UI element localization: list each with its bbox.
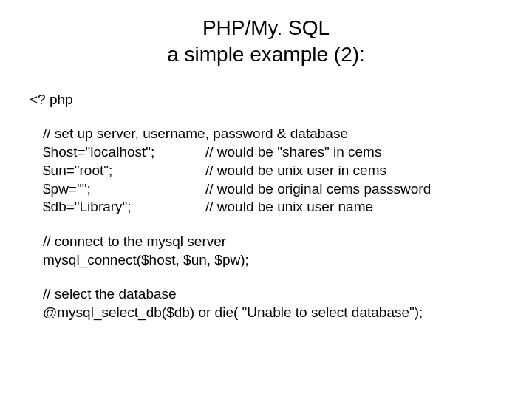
title-line-1: PHP/My. SQL	[202, 16, 330, 39]
comment-select: // select the database	[43, 285, 502, 304]
line-select: @mysql_select_db($db) or die( "Unable to…	[43, 304, 502, 322]
comment-setup: // set up server, username, password & d…	[43, 125, 502, 143]
section-connect: // connect to the mysql server mysql_con…	[43, 233, 502, 269]
title-line-2: a simple example (2):	[167, 43, 365, 66]
slide-title: PHP/My. SQL a simple example (2):	[30, 15, 502, 69]
section-select: // select the database @mysql_select_db(…	[43, 285, 502, 321]
php-open-tag: <? php	[30, 91, 502, 109]
assign-db: $db="Library"; // would be unix user nam…	[43, 198, 502, 216]
line-connect: mysql_connect($host, $un, $pw);	[43, 251, 502, 270]
code-block: <? php // set up server, username, passw…	[30, 91, 502, 322]
assign-host-comment: // would be "shares" in cems	[205, 143, 381, 162]
comment-connect: // connect to the mysql server	[43, 233, 502, 251]
assign-host-code: $host="localhost";	[43, 143, 205, 162]
assign-host: $host="localhost"; // would be "shares" …	[43, 143, 502, 162]
assign-db-comment: // would be unix user name	[205, 198, 373, 216]
section-setup: // set up server, username, password & d…	[43, 125, 502, 216]
assign-pw: $pw=""; // would be original cems passsw…	[43, 180, 502, 199]
assign-un-code: $un="root";	[43, 162, 205, 180]
assign-un: $un="root"; // would be unix user in cem…	[43, 162, 502, 180]
assign-un-comment: // would be unix user in cems	[205, 162, 386, 180]
assign-pw-code: $pw="";	[43, 180, 205, 199]
assign-pw-comment: // would be original cems passsword	[205, 180, 431, 199]
assign-db-code: $db="Library";	[43, 198, 205, 216]
